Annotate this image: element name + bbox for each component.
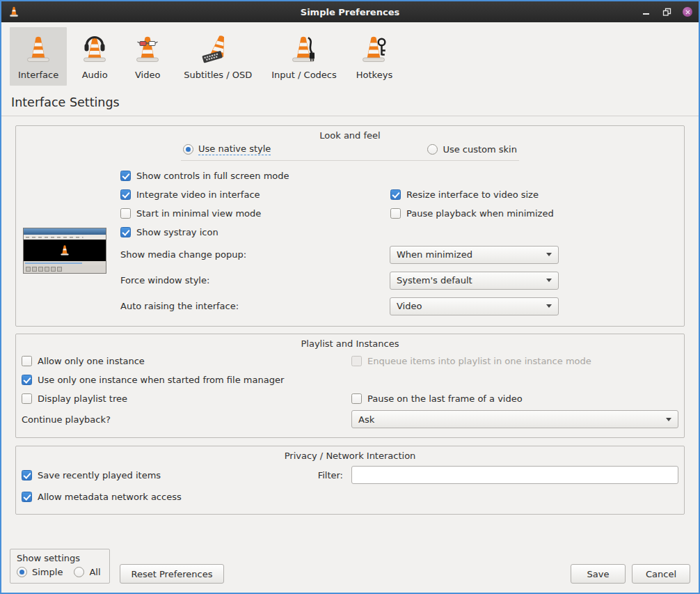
- checkbox-indicator: [390, 189, 401, 200]
- checkbox-label: Save recently played items: [38, 470, 161, 480]
- tab-interface[interactable]: Interface: [10, 27, 67, 86]
- checkbox-systray-icon[interactable]: Show systray icon: [120, 223, 390, 242]
- checkbox-indicator: [120, 189, 131, 200]
- select-value: System's default: [397, 275, 472, 286]
- select-label: Auto raising the interface:: [120, 301, 390, 311]
- checkbox-indicator: [22, 492, 32, 502]
- checkbox-indicator: [390, 208, 401, 219]
- window-title: Simple Preferences: [1, 7, 699, 17]
- subtitles-cone-icon: [201, 33, 234, 66]
- privacy-network-group: Privacy / Network Interaction Save recen…: [15, 446, 685, 515]
- radio-use-custom-skin[interactable]: Use custom skin: [427, 143, 517, 155]
- radio-indicator: [183, 144, 193, 155]
- select-value: Ask: [358, 414, 374, 425]
- radio-settings-all[interactable]: All: [74, 567, 100, 577]
- radio-use-native-style[interactable]: Use native style: [183, 143, 271, 155]
- select-label: Show media change popup:: [120, 249, 390, 260]
- close-button[interactable]: [682, 6, 693, 17]
- save-button[interactable]: Save: [571, 564, 626, 584]
- chevron-down-icon: [546, 304, 552, 308]
- checkbox-allow-one-instance[interactable]: Allow only one instance: [22, 352, 145, 370]
- radio-label: Use native style: [198, 143, 271, 155]
- vlc-logo-icon: [7, 4, 21, 19]
- checkbox-indicator: [22, 375, 32, 385]
- checkbox-label: Enqueue items into playlist in one insta…: [367, 356, 591, 366]
- page-title: Interface Settings: [11, 95, 699, 109]
- checkbox-display-playlist-tree[interactable]: Display playlist tree: [22, 389, 127, 408]
- category-toolbar: Interface Audio: [1, 22, 699, 88]
- look-and-feel-group: Look and feel Use native style Use custo…: [15, 125, 685, 327]
- footer: Show settings Simple All Reset Preferenc…: [1, 549, 699, 593]
- checkbox-label: Use only one instance when started from …: [38, 375, 284, 385]
- headphones-cone-icon: [78, 33, 111, 66]
- playlist-instances-group: Playlist and Instances Allow only one in…: [15, 334, 685, 438]
- checkbox-label: Pause on the last frame of a video: [367, 393, 523, 404]
- style-radio-row: Use native style Use custom skin: [22, 143, 678, 161]
- checkbox-enqueue-one-instance: Enqueue items into playlist in one insta…: [351, 352, 591, 370]
- auto-raising-select[interactable]: Video: [390, 297, 559, 315]
- checkbox-save-recent-items[interactable]: Save recently played items: [22, 466, 318, 485]
- video-cone-icon: [131, 33, 164, 66]
- media-change-popup-select[interactable]: When minimized: [390, 246, 559, 264]
- checkbox-indicator: [351, 356, 362, 366]
- checkbox-indicator: [120, 208, 131, 219]
- tab-video[interactable]: Video: [122, 27, 173, 86]
- checkbox-metadata-network-access[interactable]: Allow metadata network access: [22, 487, 182, 506]
- select-value: Video: [397, 301, 422, 311]
- media-change-popup-row: Show media change popup: When minimized: [120, 242, 678, 267]
- reset-preferences-button[interactable]: Reset Preferences: [120, 564, 225, 584]
- checkbox-label: Allow metadata network access: [38, 492, 182, 502]
- radio-indicator: [427, 144, 438, 155]
- show-settings-group: Show settings Simple All: [10, 549, 110, 584]
- preview-seekbar: [24, 261, 106, 265]
- continue-playback-select[interactable]: Ask: [351, 410, 678, 428]
- checkbox-resize-interface[interactable]: Resize interface to video size: [390, 185, 554, 204]
- chevron-down-icon: [546, 253, 552, 256]
- tab-label: Input / Codecs: [271, 70, 337, 80]
- auto-raising-row: Auto raising the interface: Video: [120, 293, 678, 319]
- radio-label: Simple: [32, 567, 63, 577]
- cancel-button[interactable]: Cancel: [632, 564, 690, 584]
- continue-playback-label: Continue playback?: [22, 414, 111, 425]
- tab-label: Subtitles / OSD: [184, 70, 252, 80]
- checkbox-label: Resize interface to video size: [406, 189, 539, 200]
- checkbox-label: Allow only one instance: [38, 356, 145, 366]
- group-title: Look and feel: [22, 130, 678, 141]
- force-window-style-row: Force window style: System's default: [120, 267, 678, 293]
- checkbox-indicator: [22, 470, 32, 480]
- checkbox-pause-when-minimized[interactable]: Pause playback when minimized: [390, 204, 554, 223]
- hotkeys-cone-icon: [358, 33, 391, 66]
- checkbox-pause-last-frame[interactable]: Pause on the last frame of a video: [351, 389, 523, 408]
- checkbox-label: Start in minimal view mode: [136, 208, 261, 219]
- tab-hotkeys[interactable]: Hotkeys: [348, 27, 401, 86]
- empty-cell: [351, 370, 678, 389]
- checkbox-label: Show systray icon: [136, 227, 218, 237]
- preview-titlebar: [24, 228, 106, 235]
- filter-input[interactable]: [351, 466, 678, 484]
- checkbox-integrate-video[interactable]: Integrate video in interface: [120, 185, 390, 204]
- force-window-style-select[interactable]: System's default: [390, 272, 559, 290]
- minimize-button[interactable]: [640, 6, 651, 17]
- restore-button[interactable]: [661, 6, 672, 17]
- checkbox-show-fullscreen-controls[interactable]: Show controls in full screen mode: [120, 166, 390, 185]
- group-title: Privacy / Network Interaction: [22, 451, 678, 461]
- tab-input-codecs[interactable]: Input / Codecs: [263, 27, 345, 86]
- look-and-feel-options: Show controls in full screen mode Integr…: [120, 166, 678, 319]
- checkbox-label: Show controls in full screen mode: [136, 171, 289, 181]
- checkbox-minimal-view[interactable]: Start in minimal view mode: [120, 204, 390, 223]
- close-icon: [683, 7, 692, 17]
- checkbox-one-instance-file-manager[interactable]: Use only one instance when started from …: [22, 370, 284, 389]
- vlc-preview-thumbnail: [23, 228, 106, 274]
- group-title: Playlist and Instances: [22, 338, 678, 349]
- checkbox-indicator: [22, 393, 32, 404]
- radio-settings-simple[interactable]: Simple: [17, 567, 63, 577]
- radio-label: Use custom skin: [443, 144, 517, 155]
- radio-label: All: [89, 567, 100, 577]
- preview-controls: [24, 265, 106, 273]
- chevron-down-icon: [546, 279, 552, 282]
- select-value: When minimized: [397, 249, 472, 260]
- tab-subtitles-osd[interactable]: Subtitles / OSD: [175, 27, 260, 86]
- checkbox-indicator: [120, 227, 131, 237]
- tab-audio[interactable]: Audio: [70, 27, 120, 86]
- radio-indicator: [74, 567, 84, 577]
